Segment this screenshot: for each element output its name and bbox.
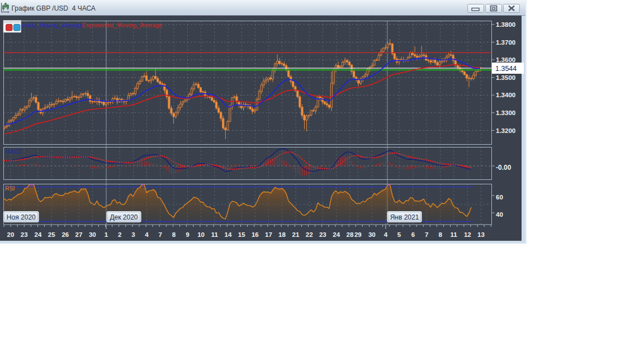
- svg-text:График GBP /USD 4 ЧАСА: График GBP /USD 4 ЧАСА: [12, 4, 96, 12]
- svg-text:8: 8: [438, 231, 442, 238]
- svg-text:24: 24: [333, 231, 340, 238]
- svg-text:24: 24: [35, 231, 42, 238]
- svg-text:20: 20: [7, 231, 15, 238]
- svg-text:7: 7: [158, 231, 162, 238]
- svg-text:11: 11: [211, 231, 219, 238]
- svg-text:16: 16: [252, 231, 259, 238]
- svg-text:Ноя 2020: Ноя 2020: [7, 213, 36, 221]
- svg-text:14: 14: [225, 231, 232, 238]
- svg-text:ential_Moving_Average: ential_Moving_Average: [21, 22, 84, 28]
- svg-text:4: 4: [145, 231, 149, 238]
- svg-text:5: 5: [397, 231, 401, 238]
- svg-text:40: 40: [496, 211, 503, 218]
- svg-text:6: 6: [411, 231, 415, 238]
- svg-text:1: 1: [105, 231, 108, 238]
- svg-text:60: 60: [496, 194, 503, 201]
- svg-text:1.3200: 1.3200: [496, 127, 515, 134]
- svg-text:29: 29: [354, 231, 362, 238]
- svg-text:17: 17: [265, 231, 272, 238]
- svg-text:18: 18: [278, 231, 286, 238]
- svg-text:10: 10: [197, 231, 205, 238]
- svg-text:1.3400: 1.3400: [496, 92, 515, 98]
- svg-text:RSI: RSI: [5, 185, 15, 192]
- svg-text:11: 11: [451, 231, 458, 238]
- svg-text:28: 28: [347, 231, 354, 238]
- svg-text:Янв 2021: Янв 2021: [390, 213, 419, 221]
- svg-text:25: 25: [48, 231, 55, 238]
- svg-text:30: 30: [89, 231, 96, 238]
- svg-text:MACD: MACD: [5, 148, 22, 155]
- svg-text:3: 3: [131, 231, 135, 238]
- svg-text:Exponential_Moving_Average: Exponential_Moving_Average: [82, 22, 162, 28]
- svg-text:2: 2: [118, 231, 121, 238]
- svg-text:1.3800: 1.3800: [496, 21, 515, 28]
- svg-text:22: 22: [306, 231, 313, 238]
- svg-text:1.3300: 1.3300: [496, 109, 515, 116]
- svg-text:Дек 2020: Дек 2020: [110, 213, 138, 221]
- svg-text:12: 12: [464, 231, 471, 238]
- svg-text:8: 8: [172, 231, 176, 238]
- svg-text:27: 27: [75, 231, 83, 238]
- svg-text:-0.00: -0.00: [496, 164, 512, 172]
- svg-text:23: 23: [319, 231, 326, 238]
- svg-text:1.3700: 1.3700: [496, 39, 515, 46]
- svg-text:23: 23: [21, 231, 28, 238]
- svg-text:30: 30: [368, 231, 376, 238]
- svg-text:21: 21: [292, 231, 300, 238]
- svg-text:13: 13: [477, 231, 485, 238]
- svg-text:9: 9: [186, 231, 189, 238]
- svg-text:1.3500: 1.3500: [496, 74, 515, 81]
- svg-text:1.3600: 1.3600: [496, 56, 515, 63]
- svg-text:15: 15: [238, 231, 245, 238]
- svg-text:7: 7: [425, 231, 428, 238]
- svg-text:4: 4: [384, 231, 388, 238]
- svg-text:1.3544: 1.3544: [495, 65, 517, 73]
- svg-text:26: 26: [61, 231, 69, 238]
